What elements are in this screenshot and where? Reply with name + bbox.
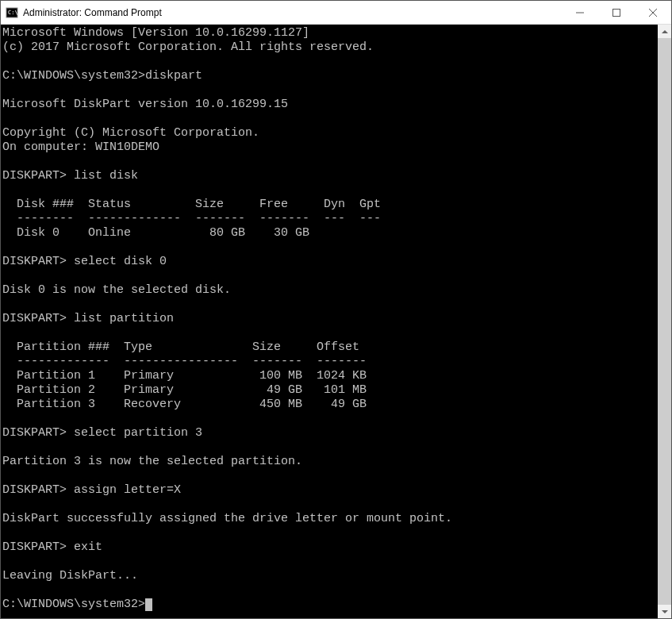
diskpart-prompt: DISKPART> — [2, 426, 67, 440]
partition-table-header: Partition ### Type Size Offset — [2, 340, 359, 354]
prompt-path: C:\WINDOWS\system32> — [2, 69, 145, 83]
terminal-container: Microsoft Windows [Version 10.0.16299.11… — [1, 25, 671, 618]
prompt-cmd: diskpart — [145, 69, 202, 83]
diskpart-msg: Leaving DiskPart... — [2, 569, 138, 582]
svg-marker-7 — [662, 610, 668, 613]
scroll-up-arrow[interactable] — [658, 25, 671, 38]
diskpart-prompt: DISKPART> — [2, 169, 67, 183]
disk-table-divider: -------- ------------- ------- ------- -… — [2, 212, 381, 225]
diskpart-computer: On computer: WIN10DEMO — [2, 140, 159, 154]
scroll-down-arrow[interactable] — [658, 605, 671, 618]
svg-marker-6 — [662, 30, 668, 33]
diskpart-cmd: list disk — [67, 169, 138, 183]
partition-table-row: Partition 1 Primary 100 MB 1024 KB — [2, 369, 367, 383]
disk-table-header: Disk ### Status Size Free Dyn Gpt — [2, 198, 381, 211]
vertical-scrollbar[interactable] — [658, 25, 671, 618]
partition-table-row: Partition 3 Recovery 450 MB 49 GB — [2, 398, 367, 411]
minimize-button[interactable] — [562, 1, 598, 24]
window-title: Administrator: Command Prompt — [23, 7, 562, 18]
diskpart-msg: Disk 0 is now the selected disk. — [2, 283, 231, 297]
diskpart-cmd: select disk 0 — [67, 255, 167, 268]
cursor — [145, 598, 152, 611]
diskpart-cmd: list partition — [67, 312, 174, 325]
scroll-track[interactable] — [658, 38, 671, 605]
command-prompt-window: C:\ Administrator: Command Prompt Micros… — [0, 0, 672, 619]
close-button[interactable] — [635, 1, 671, 24]
titlebar[interactable]: C:\ Administrator: Command Prompt — [1, 1, 671, 25]
diskpart-prompt: DISKPART> — [2, 540, 67, 554]
diskpart-prompt: DISKPART> — [2, 312, 67, 325]
banner-line: (c) 2017 Microsoft Corporation. All righ… — [2, 40, 374, 54]
diskpart-msg: DiskPart successfully assigned the drive… — [2, 512, 452, 525]
partition-table-row: Partition 2 Primary 49 GB 101 MB — [2, 383, 367, 397]
scroll-thumb[interactable] — [658, 38, 671, 605]
partition-table-divider: ------------- ---------------- ------- -… — [2, 355, 367, 368]
diskpart-cmd: assign letter=X — [67, 483, 181, 497]
diskpart-prompt: DISKPART> — [2, 483, 67, 497]
maximize-button[interactable] — [598, 1, 635, 24]
banner-line: Microsoft Windows [Version 10.0.16299.11… — [2, 26, 309, 40]
diskpart-version: Microsoft DiskPart version 10.0.16299.15 — [2, 98, 288, 111]
diskpart-cmd: select partition 3 — [67, 426, 202, 440]
diskpart-copyright: Copyright (C) Microsoft Corporation. — [2, 126, 259, 140]
terminal-output[interactable]: Microsoft Windows [Version 10.0.16299.11… — [1, 25, 658, 618]
diskpart-msg: Partition 3 is now the selected partitio… — [2, 455, 302, 468]
cmd-icon: C:\ — [6, 6, 18, 19]
svg-rect-3 — [613, 9, 620, 16]
disk-table-row: Disk 0 Online 80 GB 30 GB — [2, 226, 309, 240]
window-controls — [562, 1, 671, 24]
diskpart-prompt: DISKPART> — [2, 255, 67, 268]
svg-text:C:\: C:\ — [8, 10, 18, 16]
prompt-path: C:\WINDOWS\system32> — [2, 598, 145, 611]
diskpart-cmd: exit — [67, 540, 102, 554]
